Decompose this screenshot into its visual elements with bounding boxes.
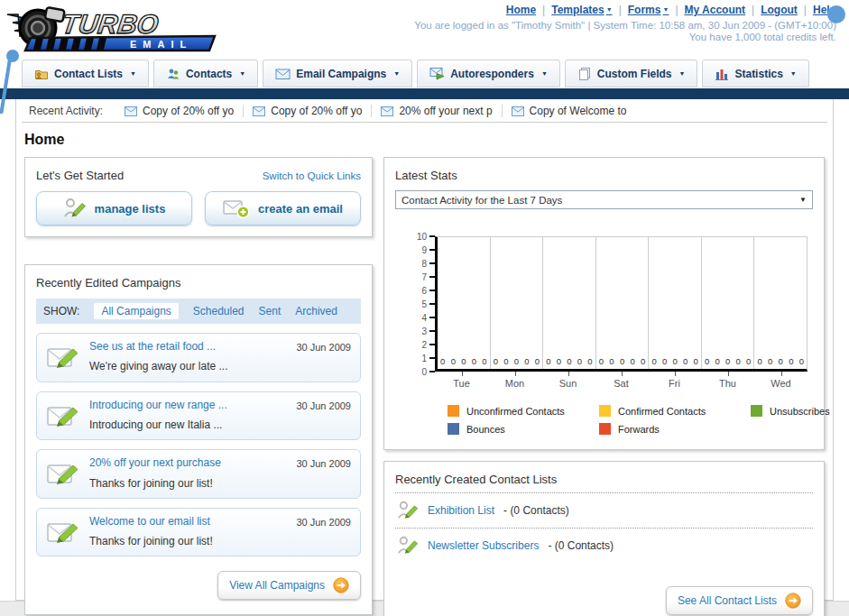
view-all-campaigns-button[interactable]: View All Campaigns [217,571,361,600]
contact-activity-chart: 109876543210 000000000000000000000000000… [408,236,807,435]
chart-legend: Unconfirmed ContactsConfirmed ContactsUn… [448,405,807,435]
see-all-contact-lists-button[interactable]: See All Contact Lists [666,586,813,615]
campaign-subtitle: We're giving away our late ... [89,360,227,372]
x-axis-label: Mon [488,372,541,389]
recent-activity-item[interactable]: 20% off your next p [381,105,502,117]
campaign-title-link[interactable]: Introducing our new range ... [89,398,287,413]
chart-y-axis: 109876543210 [408,236,435,372]
chat-bubble-icon[interactable] [827,5,845,23]
envelope-pencil-icon [46,519,80,546]
chart-x-axis: TueMonSunSatFriThuWed [435,372,807,389]
campaign-title-link[interactable]: 20% off your next purchase [89,455,287,471]
page-content: Recent Activity: Copy of 20% off yo Copy… [15,99,834,601]
envelope-icon [512,106,524,116]
y-axis-tick: 7 [408,273,435,282]
turbo-email-logo: TURBO EMAIL [5,4,222,58]
nav-tab-email-campaigns[interactable]: Email Campaigns▼ [263,60,412,87]
nav-tab-autoresponders[interactable]: Autoresponders▼ [417,60,560,87]
campaign-subtitle: Thanks for joining our list! [89,535,213,547]
header-link-home[interactable]: Home [506,4,536,16]
envelope-icon [275,68,291,80]
get-started-panel: Let's Get Started Switch to Quick Links … [24,157,373,237]
legend-swatch [751,405,762,417]
arrow-circle-icon [785,593,801,609]
caret-down-icon: ▼ [393,70,400,77]
header-link-forms[interactable]: Forms▼ [628,4,669,16]
caret-down-icon: ▼ [130,70,136,77]
envelope-icon [253,106,265,116]
legend-swatch [448,405,459,417]
legend-swatch [599,423,611,435]
caret-down-icon: ▼ [790,70,797,77]
x-axis-label: Wed [754,372,807,389]
legend-swatch [599,405,611,417]
caret-down-icon: ▼ [799,196,807,204]
recently-edited-campaigns-panel: Recently Edited Campaigns SHOW: All Camp… [24,264,373,615]
recently-created-contact-lists-panel: Recently Created Contact Lists Exhibitio… [383,461,825,616]
nav-tab-contacts[interactable]: Contacts▼ [153,60,258,87]
header-link-logout[interactable]: Logout [761,4,798,16]
nav-tab-custom-fields[interactable]: Custom Fields▼ [565,60,698,87]
legend-item: Bounces [448,423,599,435]
envelope-icon [125,106,137,116]
caret-down-icon: ▼ [239,70,245,77]
contact-list-link[interactable]: Exhibition List [428,504,494,517]
recent-activity-bar: Recent Activity: Copy of 20% off yo Copy… [22,99,827,123]
filter-all-campaigns[interactable]: All Campaigns [94,303,178,319]
person-pencil-icon [397,500,419,521]
contact-list-link[interactable]: Newsletter Subscribers [428,539,539,552]
envelope-pencil-icon [46,344,80,371]
nav-tab-contact-lists[interactable]: Contact Lists▼ [22,60,149,87]
campaigns-title: Recently Edited Campaigns [36,276,361,290]
header-link-templates[interactable]: Templates▼ [551,4,612,16]
campaign-date: 30 Jun 2009 [296,400,351,411]
legend-item: Forwards [599,423,751,435]
envelope-arrow-icon [429,67,445,80]
chart-column: 00000 [701,237,754,369]
nav-tab-statistics[interactable]: Statistics▼ [702,60,808,87]
x-axis-label: Thu [701,372,754,389]
recent-activity-item[interactable]: Copy of Welcome to [512,105,636,117]
bar-chart-icon [715,67,729,81]
campaign-date: 30 Jun 2009 [296,342,351,353]
campaign-subtitle: Introducing our new Italia ... [89,418,222,431]
chart-column: 00000 [595,237,649,369]
campaign-title-link[interactable]: See us at the retail food ... [89,339,287,354]
series-value-labels: 00000 [438,356,490,366]
header-link-my-account[interactable]: My Account [685,4,746,16]
create-an-email-button[interactable]: create an email [205,191,361,225]
contact-lists-folder-icon [34,67,49,81]
show-label: SHOW: [43,305,79,317]
recent-activity-item[interactable]: Copy of 20% off yo [253,105,372,117]
caret-down-icon: ▼ [606,6,613,13]
y-axis-tick: 6 [408,287,435,296]
filter-scheduled[interactable]: Scheduled [193,305,245,317]
switch-to-quick-links[interactable]: Switch to Quick Links [263,170,361,181]
x-axis-label: Sat [595,372,648,389]
campaign-filter-bar: SHOW: All Campaigns Scheduled Sent Archi… [36,299,361,324]
y-axis-tick: 3 [408,327,435,336]
y-axis-tick: 8 [408,260,435,269]
stats-range-select[interactable]: Contact Activity for the Last 7 Days ▼ [395,190,813,209]
series-value-labels: 00000 [754,356,807,366]
chart-column: 00000 [648,237,701,369]
header-utility: Home| Templates▼| Forms▼| My Account| Lo… [414,4,836,42]
series-value-labels: 00000 [596,356,649,366]
x-axis-label: Tue [435,372,488,389]
latest-stats-panel: Latest Stats Contact Activity for the La… [383,157,825,450]
person-pencil-icon [397,535,419,556]
y-axis-tick: 9 [408,246,435,255]
latest-stats-title: Latest Stats [395,169,813,182]
arrow-circle-icon [333,577,349,593]
chart-column: 00000 [490,237,543,369]
filter-sent[interactable]: Sent [259,305,281,317]
campaign-subtitle: Thanks for joining our list! [89,477,213,490]
person-pencil-icon [63,198,87,219]
manage-lists-button[interactable]: manage lists [36,191,192,225]
filter-archived[interactable]: Archived [295,305,337,317]
chart-column: 00000 [438,237,490,369]
credits-remaining: You have 1,000 total credits left. [414,32,836,42]
recent-activity-item[interactable]: Copy of 20% off yo [125,105,244,117]
campaign-title-link[interactable]: Welcome to our email list [89,514,287,529]
contact-lists-title: Recently Created Contact Lists [395,473,813,493]
